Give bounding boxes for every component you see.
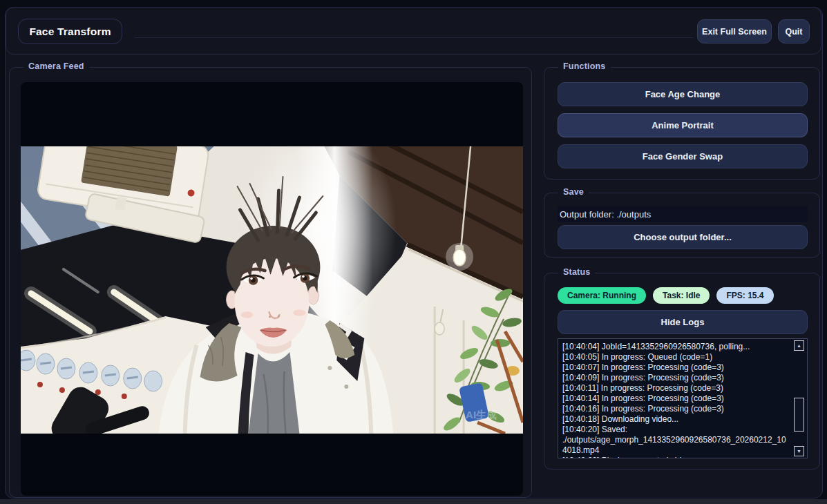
quit-button[interactable]: Quit (778, 19, 810, 43)
camera-canvas: AI生成 (21, 82, 523, 496)
log-line: [10:40:20] Playing generated video... (562, 456, 789, 458)
app-title: Face Transform (18, 19, 122, 44)
log-line: [10:40:11] In progress: Processing (code… (562, 383, 789, 394)
status-panel: Status Camera: Running Task: Idle FPS: 1… (544, 273, 820, 469)
scrollbar-thumb[interactable] (794, 398, 804, 432)
log-line: [10:40:05] In progress: Queued (code=1) (562, 352, 789, 362)
fps-badge: FPS: 15.4 (716, 287, 773, 304)
face-gender-swap-button[interactable]: Face Gender Swap (558, 144, 808, 168)
ai-watermark: AI生成 (466, 409, 497, 420)
exit-fullscreen-button[interactable]: Exit Full Screen (697, 19, 772, 43)
scroll-down-button[interactable]: ▼ (794, 446, 804, 456)
status-label: Status (558, 267, 595, 277)
camera-feed-label: Camera Feed (23, 61, 89, 71)
log-line: [10:40:18] Downloading video... (562, 414, 789, 425)
header-bar: Face Transform Exit Full Screen Quit (6, 7, 821, 55)
scroll-down-icon: ▼ (797, 449, 801, 454)
log-line: [10:40:14] In progress: Processing (code… (562, 394, 789, 404)
log-line: [10:40:09] In progress: Processing (code… (562, 373, 789, 383)
functions-label: Functions (558, 61, 611, 71)
log-line: [10:40:07] In progress: Processing (code… (562, 362, 789, 373)
log-output[interactable]: [10:40:04] JobId=1413352960926580736, po… (558, 338, 808, 458)
save-label: Save (558, 187, 589, 197)
functions-panel: Functions Face Age Change Anime Portrait… (544, 67, 820, 180)
log-line: [10:40:20] Saved: ./outputs/age_morph_14… (562, 425, 789, 456)
log-line: [10:40:04] JobId=1413352960926580736, po… (562, 342, 789, 352)
camera-feed-panel: Camera Feed (9, 67, 532, 498)
scroll-up-icon: ▲ (797, 343, 801, 348)
camera-status-badge: Camera: Running (558, 287, 646, 304)
face-age-change-button[interactable]: Face Age Change (558, 82, 808, 106)
save-panel: Save Output folder: ./outputs Choose out… (544, 193, 820, 258)
log-line: [10:40:16] In progress: Processing (code… (562, 404, 789, 414)
log-scrollbar[interactable]: ▲ ▼ (794, 340, 805, 456)
status-badges: Camera: Running Task: Idle FPS: 15.4 (558, 287, 774, 304)
camera-video-frame: AI生成 (21, 146, 523, 434)
desktop-edge (0, 499, 827, 504)
scroll-up-button[interactable]: ▲ (794, 340, 804, 351)
anime-portrait-button[interactable]: Anime Portrait (558, 113, 808, 137)
header-divider (135, 37, 693, 38)
hide-logs-button[interactable]: Hide Logs (558, 310, 808, 334)
task-status-badge: Task: Idle (653, 287, 710, 304)
choose-output-folder-button[interactable]: Choose output folder... (558, 225, 808, 249)
output-folder-text: Output folder: ./outputs (558, 206, 808, 222)
